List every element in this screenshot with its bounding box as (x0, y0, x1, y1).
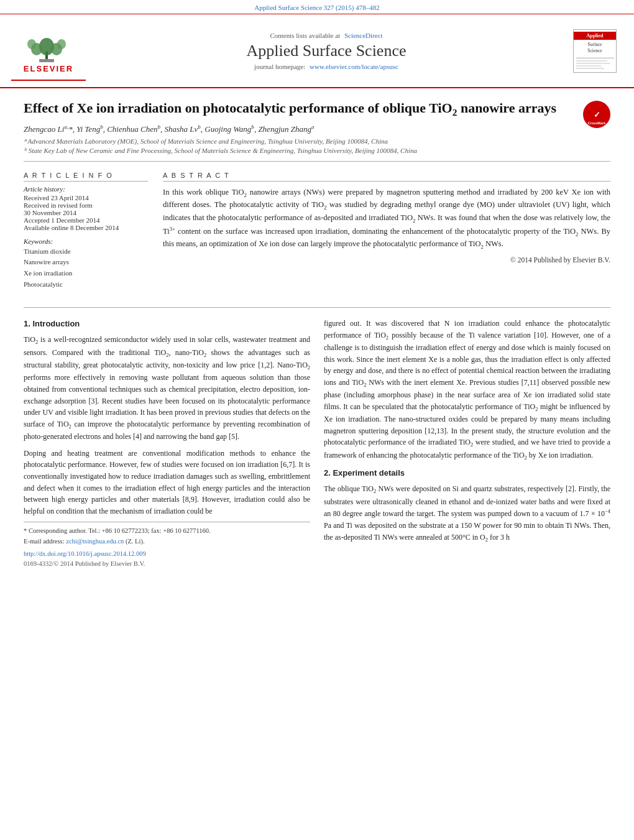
right-para1: figured out. It was discovered that N io… (324, 318, 610, 462)
journal-title: Applied Surface Science (86, 42, 567, 60)
intro-para1: TiO2 is a well-recognized semiconductor … (24, 334, 310, 443)
logo-body: Surface Science (586, 40, 604, 56)
keyword-3: Xe ion irradiation (24, 268, 148, 279)
online-date: Available online 8 December 2014 (24, 224, 148, 231)
experiment-para1: The oblique TiO2 NWs were deposited on S… (324, 483, 610, 544)
svg-rect-9 (576, 63, 610, 64)
intro-heading: 1. Introduction (24, 318, 310, 330)
svg-rect-6 (39, 59, 54, 62)
elsevier-logo-section: ELSEVIER (11, 21, 86, 81)
svg-point-4 (27, 39, 36, 49)
svg-rect-10 (576, 65, 601, 67)
footnote-section: * Corresponding author. Tel.: +86 10 627… (24, 522, 310, 569)
intro-para2: Doping and heating treatment are convent… (24, 448, 310, 517)
keyword-1: Titanium dioxide (24, 246, 148, 257)
svg-rect-11 (576, 68, 604, 69)
affiliation-b: ᵇ State Key Lab of New Ceramic and Fine … (24, 147, 574, 155)
abstract-heading: A B S T R A C T (163, 172, 610, 182)
revised-date: 30 November 2014 (24, 209, 148, 216)
abstract-text: In this work oblique TiO2 nanowire array… (163, 187, 610, 251)
journal-logo-graphic (575, 56, 615, 70)
accepted-date: Accepted 1 December 2014 (24, 216, 148, 224)
affiliation-a: ᵃ Advanced Materials Laboratory (MOE), S… (24, 137, 574, 145)
corresponding-note: * Corresponding author. Tel.: +86 10 627… (24, 526, 310, 536)
svg-rect-7 (576, 57, 614, 59)
keyword-4: Photocatalytic (24, 279, 148, 290)
logo-top-label: Applied (574, 32, 616, 40)
journal-logo-right: Applied Surface Science (567, 29, 623, 73)
doi-link[interactable]: http://dx.doi.org/10.1016/j.apsusc.2014.… (24, 550, 146, 557)
keyword-2: Nanowire arrays (24, 257, 148, 268)
logo-surface: Surface (588, 42, 602, 47)
homepage-url[interactable]: www.elsevier.com/locate/apsusc (310, 63, 398, 70)
right-col: figured out. It was discovered that N io… (324, 318, 610, 569)
article-title-section: Effect of Xe ion irradiation on photocat… (24, 88, 610, 162)
homepage-label: journal homepage: (254, 63, 305, 70)
email-link[interactable]: zchi@tsinghua.edu.cn (66, 538, 124, 545)
history-block: Article history: Received 23 April 2014 … (24, 185, 148, 231)
elsevier-wordmark: ELSEVIER (24, 64, 73, 73)
received-date: Received 23 April 2014 (24, 194, 148, 201)
revised-label: Received in revised form (24, 201, 148, 209)
sciencedirect-link[interactable]: ScienceDirect (344, 32, 383, 39)
svg-text:✓: ✓ (594, 110, 600, 119)
article-info-abstract-section: A R T I C L E I N F O Article history: R… (24, 172, 610, 308)
crossmark-badge: ✓ CrossMark (583, 101, 610, 128)
article-info-panel: A R T I C L E I N F O Article history: R… (24, 172, 148, 296)
contents-available-line: Contents lists available at ScienceDirec… (86, 32, 567, 39)
article-title: Effect of Xe ion irradiation on photocat… (24, 99, 574, 119)
journal-logo-box: Applied Surface Science (573, 29, 617, 73)
copyright-line: © 2014 Published by Elsevier B.V. (163, 256, 610, 264)
elsevier-tree-icon (19, 27, 78, 63)
crossmark-svg: ✓ CrossMark (586, 103, 608, 126)
svg-text:CrossMark: CrossMark (588, 121, 606, 125)
experiment-heading: 2. Experiment details (324, 467, 610, 479)
journal-homepage-line: journal homepage: www.elsevier.com/locat… (86, 63, 567, 70)
keywords-label: Keywords: (24, 238, 148, 245)
main-content: Effect of Xe ion irradiation on photocat… (0, 88, 634, 569)
two-col-body: 1. Introduction TiO2 is a well-recognize… (24, 318, 610, 569)
journal-center-info: Contents lists available at ScienceDirec… (86, 32, 567, 70)
journal-citation-bar: Applied Surface Science 327 (2015) 478–4… (0, 0, 634, 14)
doi-line: http://dx.doi.org/10.1016/j.apsusc.2014.… (24, 549, 310, 559)
article-info-heading: A R T I C L E I N F O (24, 172, 148, 182)
history-label: Article history: (24, 185, 148, 193)
abstract-section: A B S T R A C T In this work oblique TiO… (163, 172, 610, 296)
journal-header: ELSEVIER Contents lists available at Sci… (0, 14, 634, 88)
email-suffix: (Z. Li). (126, 538, 145, 545)
issn-line: 0169-4332/© 2014 Published by Elsevier B… (24, 559, 310, 569)
svg-rect-8 (576, 60, 607, 62)
article-title-text: Effect of Xe ion irradiation on photocat… (24, 99, 574, 156)
email-label: E-mail address: (24, 538, 65, 545)
keyword-list: Titanium dioxide Nanowire arrays Xe ion … (24, 246, 148, 290)
logo-science: Science (587, 48, 602, 53)
contents-label: Contents lists available at (270, 32, 340, 39)
email-note: E-mail address: zchi@tsinghua.edu.cn (Z.… (24, 537, 310, 547)
svg-point-5 (57, 39, 66, 49)
crossmark-icon: ✓ CrossMark (583, 101, 610, 128)
keywords-block: Keywords: Titanium dioxide Nanowire arra… (24, 238, 148, 290)
authors-line: Zhengcao Lia,*, Yi Tengb, Chienhua Chenb… (24, 124, 574, 134)
left-col: 1. Introduction TiO2 is a well-recognize… (24, 318, 310, 569)
journal-citation: Applied Surface Science 327 (2015) 478–4… (254, 4, 379, 11)
